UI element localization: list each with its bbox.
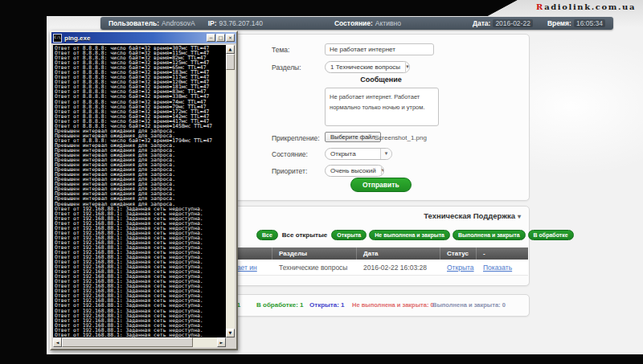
site-logo: Radiolink.com.ua [536,2,636,11]
filter-in-progress[interactable]: В обработке [528,230,574,240]
date-info: Дата: 2016-02-22 [473,19,533,27]
session-status-bar: Пользователь: AndrosovA IP: 93.76.207.14… [100,17,613,30]
scroll-left-icon[interactable]: ◄ [53,337,62,347]
theme-label: Тема: [272,46,289,54]
state-select-value: Открыта [326,149,380,159]
filter-done-closed[interactable]: Выполнена и закрыта [453,230,526,240]
filter-all-open[interactable]: Все открытые [282,231,327,239]
priority-label: Приоритет: [272,167,307,175]
header-section: Разделы [272,247,357,260]
time-info: Время: 16:05:34 [547,19,605,27]
ip-label: IP: [208,19,217,27]
chevron-down-icon: ▾ [518,213,521,220]
horizontal-scrollbar[interactable]: ◄ ► [53,337,226,347]
terminal-title: ping.exe [64,35,206,42]
theme-input[interactable]: Не работает интернет [325,43,434,55]
state-select[interactable]: Открыта ▾ [325,148,392,160]
logo-first-letter: R [536,2,544,11]
close-button[interactable]: × [226,34,235,42]
header-status: Статус [440,247,477,260]
terminal-output: Ответ от 8.8.8.8: число байт=32 время=30… [53,45,226,337]
submit-button[interactable]: Отправить [350,178,412,192]
time-label: Время: [547,19,571,27]
console-icon: C:\ [53,34,62,43]
section-select[interactable]: 1 Технические вопросы ▾ [325,61,410,73]
chevron-down-icon: ▾ [380,149,391,159]
logo-rest: adiolink.com.ua [544,2,636,11]
counter-in-progress: В обработке: 1 [256,301,304,309]
user-info: Пользователь: AndrosovA [109,19,195,27]
maximize-button[interactable]: □ [216,34,225,42]
state-value: Активно [375,19,401,27]
message-textarea[interactable]: Не работает интернет. Работает нормально… [325,88,439,126]
show-ticket-link[interactable]: Показать [483,264,512,272]
support-title[interactable]: Техническая Поддержка▾ [424,211,521,220]
terminal-window[interactable]: C:\ ping.exe − □ × Ответ от 8.8.8.8: чис… [50,31,238,350]
filter-open[interactable]: Открыта [331,230,367,240]
attachment-label: Прикрепление: [272,134,320,142]
ticket-section: Технические вопросы [272,264,357,272]
chevron-down-icon: ▾ [381,166,384,176]
ticket-status-link[interactable]: Открыта [447,264,474,272]
counter-open: Открыта: 1 [309,301,345,309]
counter-failed-closed: Не выполнена и закрыта: 0 [352,301,434,309]
minimize-button[interactable]: − [207,34,215,42]
state-field-label: Состояние: [272,150,308,158]
attached-file-name: Screenshot_1.png [375,134,427,141]
scrollbar-corner [226,337,235,347]
chevron-down-icon: ▾ [405,62,409,72]
date-label: Дата: [473,19,491,27]
state-info: Состояние: Активно [334,19,401,27]
support-title-text: Техническая Поддержка [424,211,515,220]
date-value: 2016-02-22 [493,19,532,27]
vertical-scroll-thumb[interactable] [226,54,235,70]
counter-done-closed: Выполнена и закрыта: 0 [432,301,506,309]
header-actions: - [477,247,528,260]
choose-file-button[interactable]: Выберите файл [325,132,381,142]
horizontal-scroll-thumb[interactable] [62,337,193,347]
ip-value: 93.76.207.140 [219,19,263,27]
priority-select[interactable]: Очень высокий ▾ [325,165,384,177]
scroll-up-icon[interactable]: ▲ [226,45,235,54]
header-date: Дата [357,247,440,260]
section-select-value: 1 Технические вопросы [326,62,405,72]
vertical-scrollbar[interactable]: ▲ ▼ [226,45,235,337]
filter-failed-closed[interactable]: Не выполнена и закрыта [369,230,450,240]
user-value: AndrosovA [162,19,195,27]
ticket-date: 2016-02-22 16:03:28 [357,264,440,272]
section-label: Разделы: [272,63,301,72]
page: Radiolink.com.ua Пользователь: AndrosovA… [0,0,643,364]
priority-select-value: Очень высокий [326,166,381,176]
scroll-down-icon[interactable]: ▼ [226,329,235,337]
filter-bar: Все Все открытые Открыта Не выполнена и … [256,230,574,240]
state-label: Состояние: [334,19,373,27]
ip-info: IP: 93.76.207.140 [208,19,263,27]
filter-all[interactable]: Все [256,230,278,240]
message-heading: Сообщение [325,76,437,84]
terminal-title-bar[interactable]: C:\ ping.exe − □ × [51,32,236,43]
scroll-right-icon[interactable]: ► [217,337,226,347]
time-value: 16:05:34 [574,19,605,27]
user-label: Пользователь: [109,19,159,27]
